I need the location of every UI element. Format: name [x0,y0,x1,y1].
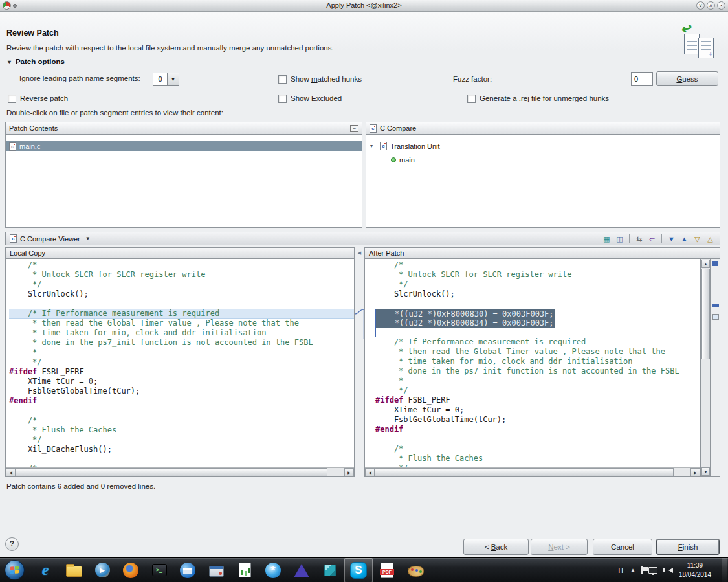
checkbox-icon[interactable] [467,95,476,103]
checkbox-label: Show matched hunks [291,75,362,83]
checkbox-icon[interactable] [278,95,287,103]
cancel-button[interactable]: Cancel [593,539,652,555]
taskbar-skype[interactable]: S [344,558,373,582]
windows-flag-icon [10,566,19,574]
show-desktop-button[interactable] [722,558,727,582]
code-line: Xil_DCacheFlush(); [9,445,354,454]
local-copy-code[interactable]: /* * Unlock SLCR for SLCR register write… [6,259,354,467]
taskbar-chart-app[interactable] [230,558,259,582]
collapsed-region-marker[interactable]: − [712,314,719,320]
tree-item-main[interactable]: main [366,155,720,164]
after-patch-code[interactable]: /* * Unlock SLCR for SLCR register write… [365,259,700,467]
patch-options-section[interactable]: ▼Patch options [6,58,65,65]
code-line: */ [9,357,354,367]
scroll-down-icon[interactable]: ▼ [701,467,710,476]
taskbar-blue-orb-app[interactable]: * [259,558,287,582]
hide-show-pane-icon[interactable]: ▦ [601,234,612,244]
scroll-left-icon[interactable]: ◀ [6,468,16,476]
scroll-left-icon[interactable]: ◀ [365,468,375,476]
pane-layout-icon[interactable]: ◫ [614,234,625,244]
scroll-up-icon[interactable]: ▲ [701,260,710,268]
language-indicator[interactable]: IT [618,566,624,574]
previous-difference-icon[interactable]: ▲ [679,234,690,244]
taskbar-firefox[interactable] [116,558,145,582]
window-titlebar[interactable]: Apply Patch <@xilinx2> ∨ ∧ × [0,0,728,12]
scroll-right-icon[interactable]: ▶ [344,468,354,476]
code-line: * Flush the Caches [375,454,700,464]
taskbar-palette-app[interactable] [401,558,430,582]
taskbar-pdf-app[interactable]: PDF [373,558,401,582]
change-marker[interactable] [712,261,718,266]
code-line [9,454,354,464]
taskbar-console-app[interactable]: >_ [145,558,173,582]
merge-direction-icon[interactable]: ◀ [355,247,364,259]
media-player-icon: ▶ [95,563,110,577]
code-line: *((u32 *)0xF8000834) = 0x003F003F; [375,319,700,328]
checkbox-icon[interactable] [8,95,16,103]
code-line: /* [375,260,700,270]
scrollbar-thumb[interactable] [16,468,327,476]
hidden-icons-chevron-icon[interactable]: ▲ [630,567,635,573]
scrollbar-thumb[interactable] [701,269,710,359]
local-copy-pane[interactable]: /* * Unlock SLCR for SLCR register write… [5,259,355,477]
show-excluded-checkbox[interactable]: Show Excluded [278,93,342,104]
console-app-icon: >_ [152,564,167,576]
ignore-segments-combo[interactable]: 0 ▼ [153,73,179,86]
code-line [375,434,700,444]
collapse-all-icon[interactable]: − [350,125,358,132]
page-subtitle: Review the patch with respect to the loc… [6,44,334,52]
after-patch-header: After Patch [364,247,720,259]
tree-item-label: main.c [19,142,40,150]
reverse-patch-checkbox[interactable]: Reverse patch [8,93,68,104]
taskbar-windows-explorer[interactable] [60,558,88,582]
guess-button[interactable]: Guess [656,71,718,86]
next-difference-icon[interactable]: ▼ [666,234,677,244]
viewer-menu-icon[interactable]: ▼ [85,236,91,241]
overview-ruler[interactable]: − [711,259,720,477]
back-button[interactable]: < Back [463,539,529,555]
show-matched-hunks-checkbox[interactable]: Show matched hunks [278,74,362,84]
close-button[interactable]: × [717,1,725,10]
taskbar-thunderbird[interactable] [173,558,202,582]
checkbox-icon[interactable] [278,75,287,84]
help-button[interactable]: ? [5,537,19,551]
action-center-flag-icon[interactable] [641,566,643,574]
swap-panes-icon[interactable]: ⇆ [634,234,645,244]
change-marker[interactable] [712,304,719,307]
blue-orb-app-icon: * [265,563,281,578]
vertical-scrollbar[interactable]: ▲ ▼ [701,259,711,477]
chevron-down-icon[interactable]: ▼ [168,73,179,86]
generate-rej-checkbox[interactable]: Generate a .rej file for unmerged hunks [467,93,609,104]
finish-button[interactable]: Finish [656,539,720,555]
after-patch-pane[interactable]: /* * Unlock SLCR for SLCR register write… [364,259,701,477]
scroll-right-icon[interactable]: ▶ [690,468,700,476]
start-button[interactable] [5,560,25,580]
code-line: * time taken for mio, clock and ddr init… [375,357,700,366]
taskbar-remote-window-app[interactable] [202,558,230,582]
taskbar-cube-app[interactable] [316,558,344,582]
taskbar-pyramid-app[interactable] [287,558,316,582]
copy-right-to-left-icon[interactable]: ⇐ [646,234,657,244]
previous-change-icon[interactable]: △ [705,234,716,244]
next-change-icon[interactable]: ▽ [692,234,703,244]
fuzz-factor-input[interactable] [631,72,653,86]
screen: Apply Patch <@xilinx2> ∨ ∧ × Review Patc… [0,0,728,582]
taskbar-internet-explorer[interactable]: e [31,558,60,582]
taskbar-media-player[interactable]: ▶ [88,558,116,582]
horizontal-scrollbar[interactable]: ◀ ▶ [6,467,354,476]
windows-taskbar: e▶>_*SPDF IT ▲ 11:39 18/04/2014 [0,557,728,582]
horizontal-scrollbar[interactable]: ◀ ▶ [365,467,700,476]
tree-item-main-c[interactable]: c main.c [6,141,362,151]
expander-icon[interactable]: ▾ [370,143,377,149]
code-line: XTime tCur = 0; [9,377,354,386]
patched-document-icon [698,38,714,58]
speaker-icon[interactable] [666,568,673,573]
tree-item-translation-unit[interactable]: ▾ c Translation Unit [366,141,720,151]
maximize-button[interactable]: ∧ [707,1,715,10]
minimize-button[interactable]: ∨ [696,1,705,10]
c-compare-title: C Compare [380,124,416,132]
network-icon[interactable] [648,567,657,574]
scrollbar-thumb[interactable] [375,468,674,476]
instruction-label: Double-click on file or patch segment en… [6,109,223,117]
clock[interactable]: 11:39 18/04/2014 [679,561,711,579]
